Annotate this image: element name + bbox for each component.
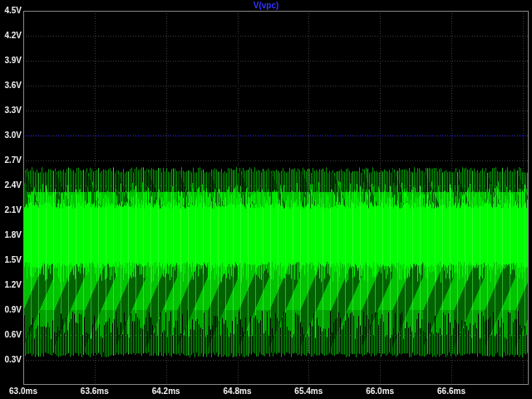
x-tick-label: 65.4ms (288, 387, 328, 396)
y-tick-label: 4.2V (0, 32, 22, 40)
x-tick-label: 63.6ms (75, 387, 115, 396)
y-tick-label: 1.2V (0, 281, 22, 289)
y-tick-label: 4.5V (0, 7, 22, 15)
y-tick-label: 3.0V (0, 131, 22, 140)
y-tick-label: 3.9V (0, 57, 22, 65)
y-tick-label: 1.5V (0, 256, 22, 264)
y-tick-label: 3.6V (0, 81, 22, 90)
y-tick-label: 2.4V (0, 181, 22, 190)
x-tick-label: 64.2ms (146, 387, 186, 396)
x-tick-label: 63.0ms (3, 387, 43, 396)
y-tick-label: 0.9V (0, 306, 22, 314)
y-tick-label: 0.3V (0, 356, 22, 364)
y-tick-label: 0.6V (0, 331, 22, 339)
x-tick-label: 64.8ms (218, 387, 258, 396)
y-tick-label: 2.1V (0, 206, 22, 214)
waveform-viewer-window: V(vpc) 4.5V4.2V3.9V3.6V3.3V3.0V2.7V2.4V2… (0, 0, 532, 399)
x-tick-label: 66.0ms (360, 387, 400, 396)
trace-title-label[interactable]: V(vpc) (0, 1, 532, 10)
y-tick-label: 1.8V (0, 231, 22, 239)
x-tick-label: 66.6ms (431, 387, 471, 396)
y-tick-label: 3.3V (0, 106, 22, 115)
y-tick-label: 2.7V (0, 156, 22, 165)
waveform-plot-canvas[interactable] (0, 0, 532, 399)
